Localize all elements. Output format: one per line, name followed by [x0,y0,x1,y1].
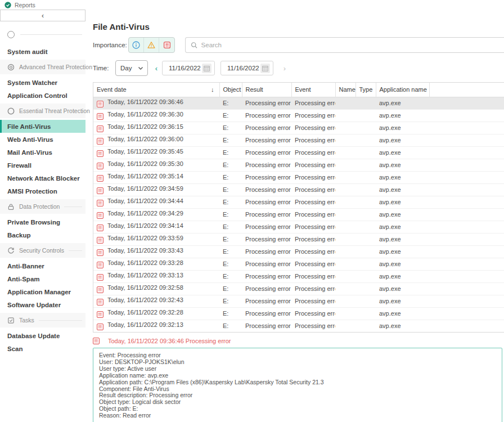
cell-filler [429,171,504,183]
calendar-icon[interactable] [260,64,270,73]
table-row[interactable]: !!Today, 16/11/2022 09:36:46 E: Processi… [93,97,504,109]
column-header-event-date[interactable]: Event date ↓ [93,83,219,97]
column-header-type[interactable]: Type [356,83,376,97]
table-row[interactable]: !!Today, 16/11/2022 09:33:43 E: Processi… [93,245,504,258]
cell-result: Processing error [242,159,291,171]
sidebar-item[interactable]: File Anti-Virus [0,120,86,133]
table-row[interactable]: !!Today, 16/11/2022 09:33:13 E: Processi… [93,270,504,282]
cell-type [356,320,376,332]
info-icon [132,41,141,50]
search-input[interactable] [201,42,504,48]
sidebar-item[interactable]: Application Manager [0,285,86,298]
sidebar-item[interactable]: Backup [0,228,86,241]
sidebar-item[interactable]: System Watcher [0,76,86,89]
table-row[interactable]: !!Today, 16/11/2022 09:32:58 E: Processi… [93,282,504,295]
table-row[interactable]: !!Today, 16/11/2022 09:36:30 E: Processi… [93,109,504,122]
sidebar-item[interactable]: Private Browsing [0,216,86,228]
date-from-field[interactable]: 11/16/2022 [162,61,215,75]
cell-event: Processing error [291,233,335,245]
table-row[interactable]: !!Today, 16/11/2022 09:34:59 E: Processi… [93,183,504,196]
importance-warning-button[interactable] [144,38,159,52]
prev-period-button[interactable]: ‹ [151,64,162,73]
column-header-application-name[interactable]: Application name [376,83,429,97]
sidebar-item[interactable]: Application Control [0,89,86,102]
cell-filler [429,196,504,208]
cell-event-date: !!Today, 16/11/2022 09:35:14 [93,171,219,183]
sidebar-item[interactable]: Database Update [0,329,86,342]
column-header-event[interactable]: Event [291,83,335,97]
detail-line: Reason: Read error [99,412,496,419]
cell-application-name: avp.exe [376,233,429,245]
cell-object: E: [219,233,242,245]
cell-event: Processing error [291,307,335,320]
cell-name [335,307,356,320]
cell-event-date: !!Today, 16/11/2022 09:36:46 [93,97,219,109]
table-row[interactable]: !!Today, 16/11/2022 09:34:29 E: Processi… [93,208,504,221]
table-row[interactable]: !!Today, 16/11/2022 09:33:59 E: Processi… [93,233,504,245]
date-to-field[interactable]: 11/16/2022 [220,61,273,75]
cell-name [335,320,356,332]
cell-name [335,258,356,270]
sidebar-item[interactable]: Mail Anti-Virus [0,146,86,159]
sidebar-item[interactable]: Anti-Banner [0,259,86,272]
period-select[interactable]: Day [115,60,148,76]
column-header-result[interactable]: Result [242,83,291,97]
calendar-icon[interactable] [202,64,212,73]
table-row[interactable]: !!Today, 16/11/2022 09:34:44 E: Processi… [93,196,504,208]
error-icon: !! [97,150,104,157]
cell-event: Processing error [291,171,335,183]
sort-desc-icon[interactable]: ↓ [211,86,214,93]
table-row[interactable]: !!Today, 16/11/2022 09:36:15 E: Processi… [93,122,504,134]
sidebar-item[interactable]: Network Attack Blocker [0,172,86,185]
table-row[interactable]: !!Today, 16/11/2022 09:33:28 E: Processi… [93,258,504,270]
table-row[interactable]: !!Today, 16/11/2022 09:35:45 E: Processi… [93,146,504,159]
collapse-sidebar-button[interactable]: ‹ [0,10,86,21]
sidebar-item[interactable]: Firewall [0,159,86,172]
error-icon: !! [97,286,104,293]
importance-filter-row: Importance: [93,37,504,53]
sidebar: ‹ System audit Advanced Threat Protectio… [0,10,86,422]
cell-type [356,109,376,122]
table-row[interactable]: !!Today, 16/11/2022 09:32:28 E: Processi… [93,307,504,320]
importance-error-button[interactable] [159,38,174,52]
next-period-button[interactable]: › [279,64,290,73]
lock-icon [7,203,15,210]
cell-name [335,146,356,159]
cell-event-date: !!Today, 16/11/2022 09:36:30 [93,109,219,122]
cell-object: E: [219,196,242,208]
cell-filler [429,295,504,307]
table-row[interactable]: !!Today, 16/11/2022 09:32:43 E: Processi… [93,295,504,307]
sidebar-item[interactable]: Anti-Spam [0,272,86,285]
importance-info-button[interactable] [129,38,144,52]
table-header-row: Event date ↓ Object Result Event Name Ty… [93,83,504,97]
table-row[interactable]: !!Today, 16/11/2022 09:36:00 E: Processi… [93,134,504,146]
table-row[interactable]: !!Today, 16/11/2022 09:35:14 E: Processi… [93,171,504,183]
cell-type [356,146,376,159]
cell-application-name: avp.exe [376,221,429,233]
cell-object: E: [219,307,242,320]
section-divider [20,34,82,35]
sidebar-item[interactable]: Scan [0,342,86,355]
sidebar-item[interactable]: Software Updater [0,298,86,311]
cell-type [356,307,376,320]
column-header-object[interactable]: Object [219,83,242,97]
table-row[interactable]: !!Today, 16/11/2022 09:32:13 E: Processi… [93,320,504,332]
table-row[interactable]: !!Today, 16/11/2022 09:34:14 E: Processi… [93,221,504,233]
cell-event: Processing error [291,245,335,258]
cell-type [356,208,376,221]
target-icon [7,64,15,71]
cell-application-name: avp.exe [376,183,429,196]
cell-object: E: [219,159,242,171]
cell-event-date: !!Today, 16/11/2022 09:34:44 [93,196,219,208]
cell-application-name: avp.exe [376,270,429,282]
detail-line: User: DESKTOP-PJOKS1K\elun [99,359,496,366]
sidebar-item[interactable]: System audit [0,45,86,58]
column-header-name[interactable]: Name [335,83,356,97]
cell-filler [429,122,504,134]
sidebar-item-label: Backup [7,232,31,239]
sidebar-item[interactable]: AMSI Protection [0,185,86,197]
sidebar-item[interactable]: Web Anti-Virus [0,133,86,146]
table-row[interactable]: !!Today, 16/11/2022 09:35:30 E: Processi… [93,159,504,171]
sidebar-item-label: Tasks [19,317,34,324]
section-divider [69,250,82,251]
